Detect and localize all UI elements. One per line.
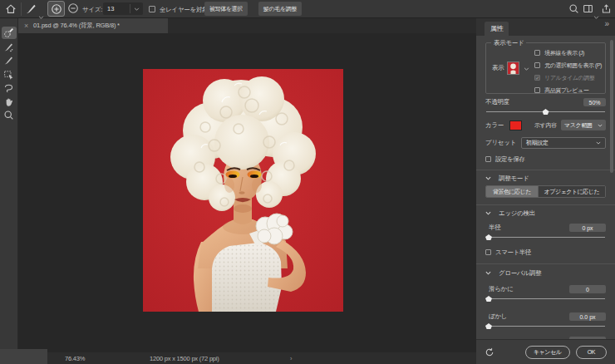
brush-tool[interactable] [2, 54, 17, 66]
high-quality-preview-row[interactable]: 高品質プレビュー [534, 86, 602, 94]
color-swatch[interactable] [509, 121, 522, 130]
preset-value: 初期設定 [526, 139, 549, 147]
document-tab-bar: × 01.psd @ 76.4% (背景, RGB/8) * [18, 18, 476, 33]
opacity-slider[interactable] [485, 108, 606, 116]
slider-thumb[interactable] [485, 296, 492, 302]
refine-hair-button[interactable]: 髪の毛を調整 [258, 2, 302, 16]
chevron-down-icon[interactable] [38, 7, 44, 22]
high-quality-preview-checkbox[interactable] [534, 87, 540, 93]
chevron-down-icon [485, 271, 491, 275]
close-tab-icon[interactable]: × [24, 22, 28, 30]
slider-thumb[interactable] [543, 109, 549, 115]
subtract-from-selection-icon[interactable] [67, 2, 79, 14]
sample-all-layers-label: 全レイヤーを対象 [160, 6, 208, 14]
document-tab-title: 01.psd @ 76.4% (背景, RGB/8) * [33, 22, 120, 30]
ok-button[interactable]: OK [576, 346, 607, 359]
reset-icon[interactable] [485, 347, 494, 357]
panel-footer: キャンセル OK [476, 339, 615, 364]
smart-radius-label: スマート半径 [495, 248, 531, 257]
view-mode-group: 表示モード 表示 境界線を表示 (J) [485, 42, 606, 94]
section-edge-detection[interactable]: エッジの検出 [485, 209, 606, 217]
show-original-checkbox[interactable] [534, 62, 540, 68]
options-bar: サイズ: 13 全レイヤーを対象 被写体を選択 髪の毛を調整 [0, 0, 615, 18]
save-settings-label: 設定を保存 [495, 155, 524, 164]
preset-row: プリセット 初期設定 [485, 137, 606, 149]
section-global-refinements[interactable]: グローバル調整 [485, 269, 606, 277]
quick-selection-brush-icon[interactable] [25, 2, 37, 15]
chevron-down-icon [598, 124, 603, 127]
refine-mode-buttons: 背景色に応じた オブジェクトに応じた [485, 185, 606, 198]
panel-scrollbar[interactable] [610, 40, 613, 173]
lasso-tool[interactable] [2, 81, 17, 94]
view-thumbnail[interactable] [507, 61, 519, 75]
section-refine-mode[interactable]: 調整モード [485, 175, 606, 182]
smart-radius-checkbox[interactable] [485, 249, 491, 255]
object-selection-tool[interactable] [2, 68, 17, 81]
properties-panel: 属性 » 表示モード 表示 [476, 18, 615, 364]
feather-label: ぼかし [489, 312, 507, 321]
canvas-area[interactable] [19, 33, 476, 352]
panel-body: 表示モード 表示 境界線を表示 (J) [476, 36, 615, 339]
smooth-value-field[interactable]: 0 [569, 285, 606, 293]
indicates-dropdown[interactable]: マスク範囲 [561, 120, 606, 130]
chevron-down-icon [596, 141, 601, 145]
smooth-slider[interactable] [485, 295, 606, 303]
select-subject-button[interactable]: 被写体を選択 [204, 2, 248, 16]
refine-edge-brush-tool[interactable] [2, 41, 17, 53]
color-row: カラー 示す内容 マスク範囲 [485, 120, 606, 130]
save-settings-checkbox[interactable] [485, 156, 491, 162]
hand-tool[interactable] [2, 96, 17, 108]
radius-value-field[interactable]: 0 px [569, 224, 606, 232]
radius-slider[interactable] [485, 234, 606, 242]
show-edge-row[interactable]: 境界線を表示 (J) [534, 49, 602, 57]
view-label: 表示 [492, 64, 504, 72]
tab-properties[interactable]: 属性 [485, 22, 509, 36]
checkbox-label: リアルタイムの調整 [544, 74, 594, 82]
collapse-panel-icon[interactable]: » [604, 19, 609, 28]
object-aware-button[interactable]: オブジェクトに応じた [539, 186, 605, 197]
opacity-row: 不透明度 50% [485, 98, 606, 106]
color-aware-button[interactable]: 背景色に応じた [486, 186, 539, 197]
sample-all-layers-checkbox[interactable] [149, 6, 155, 12]
view-mode-options: 境界線を表示 (J) 元の選択範囲を表示 (P) ✓ リアルタイムの調整 高品質… [534, 49, 602, 94]
search-icon[interactable] [568, 3, 579, 14]
document-dimensions: 1200 px x 1500 px (72 ppi) [150, 355, 219, 362]
realtime-refinement-row: ✓ リアルタイムの調整 [534, 74, 602, 81]
home-icon[interactable] [5, 3, 17, 15]
feather-value-field[interactable]: 0.0 px [569, 312, 606, 321]
brush-size-dropdown[interactable]: 13 [103, 2, 143, 15]
show-original-row[interactable]: 元の選択範囲を表示 (P) [534, 61, 602, 69]
zoom-level-field[interactable]: 76.43% [65, 355, 85, 362]
add-mode-selected-frame [47, 1, 65, 17]
chevron-down-icon[interactable] [130, 7, 143, 11]
workspace-layout-icon[interactable] [583, 3, 593, 14]
chevron-right-icon[interactable]: › [290, 355, 292, 362]
radius-label: 半径 [489, 224, 500, 232]
feather-slider[interactable] [485, 322, 606, 331]
status-corner [0, 349, 47, 364]
slider-thumb[interactable] [485, 234, 492, 240]
chevron-down-icon [485, 211, 491, 215]
opacity-label: 不透明度 [485, 98, 509, 106]
checkbox-label: 境界線を表示 (J) [544, 49, 584, 57]
opacity-value-field[interactable]: 50% [583, 98, 606, 106]
smart-radius-row[interactable]: スマート半径 [485, 248, 606, 256]
brush-size-value[interactable]: 13 [103, 5, 130, 12]
slider-thumb[interactable] [485, 323, 492, 329]
chevron-down-icon[interactable] [593, 7, 599, 22]
quick-selection-tool[interactable] [2, 27, 17, 39]
section-title: 調整モード [499, 175, 529, 183]
checkbox-label: 高品質プレビュー [544, 86, 588, 95]
cancel-button[interactable]: キャンセル [525, 346, 570, 359]
add-to-selection-icon[interactable] [51, 3, 62, 15]
canvas-image[interactable] [143, 69, 343, 312]
view-selector[interactable]: 表示 [492, 61, 529, 75]
smooth-row: 滑らかに 0 [485, 285, 606, 293]
save-settings-row[interactable]: 設定を保存 [485, 155, 606, 163]
share-icon[interactable] [601, 3, 612, 14]
show-edge-checkbox[interactable] [534, 50, 540, 56]
preset-dropdown[interactable]: 初期設定 [521, 137, 606, 149]
zoom-tool[interactable] [2, 109, 17, 121]
chevron-down-icon[interactable] [524, 65, 529, 72]
photoshop-select-and-mask-window: サイズ: 13 全レイヤーを対象 被写体を選択 髪の毛を調整 × 01.psd … [0, 0, 615, 364]
